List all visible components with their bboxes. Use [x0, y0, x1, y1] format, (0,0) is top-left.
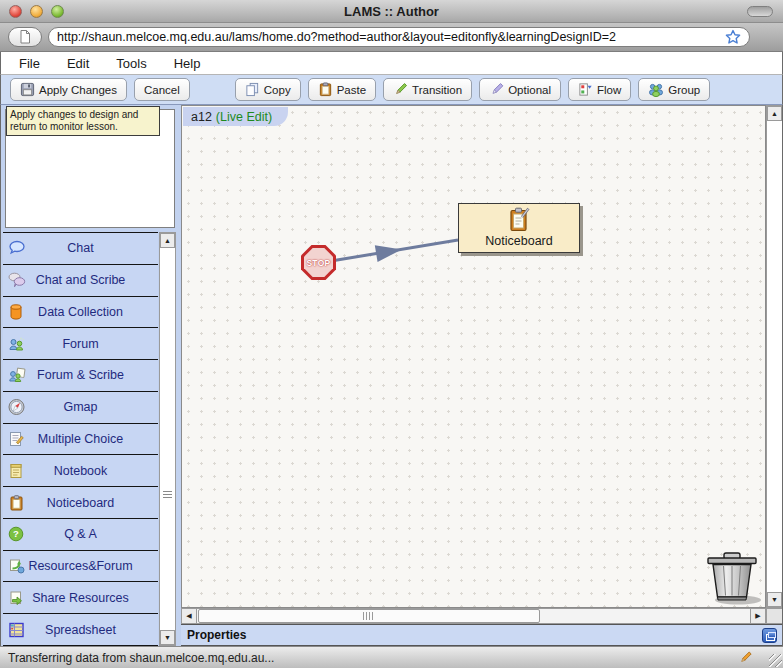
- noticeboard-icon: [8, 494, 25, 511]
- toolbar: Apply Changes Cancel Copy Paste Transiti…: [0, 75, 783, 105]
- canvas-scroll-down-button[interactable]: ▼: [767, 592, 782, 607]
- pencil-status-icon: [738, 650, 753, 665]
- optional-button[interactable]: Optional: [479, 78, 561, 101]
- page-icon-button[interactable]: [8, 27, 42, 47]
- sidebar-item-label: Forum: [62, 337, 98, 351]
- optional-marker-icon: [489, 82, 504, 97]
- chat-icon: [8, 240, 26, 256]
- sidebar-scroll-up-button[interactable]: ▲: [160, 233, 175, 248]
- flow-label: Flow: [597, 84, 621, 96]
- sidebar-item-resources-forum[interactable]: Resources&Forum: [3, 551, 158, 583]
- transition-arrow[interactable]: [182, 106, 766, 608]
- scrollbar-corner: [766, 608, 783, 624]
- canvas-scroll-up-button[interactable]: ▲: [767, 106, 782, 121]
- live-edit-badge: (Live Edit): [216, 110, 272, 124]
- sidebar-item-label: Chat: [67, 241, 93, 255]
- sidebar-item-spreadsheet[interactable]: Spreadsheet: [3, 614, 158, 646]
- sidebar-item-label: Gmap: [63, 400, 97, 414]
- notebook-icon: [8, 462, 24, 479]
- status-text: Transferring data from shaun.melcoe.mq.e…: [8, 651, 274, 665]
- sidebar-scroll-down-button[interactable]: ▼: [160, 630, 175, 645]
- page-icon: [18, 29, 32, 45]
- transition-pencil-icon: [393, 82, 408, 97]
- activity-list: Chat Chat and Scribe Data Collection For…: [3, 232, 158, 646]
- group-button[interactable]: Group: [638, 78, 710, 101]
- sidebar-item-forum-scribe[interactable]: Forum & Scribe: [3, 360, 158, 392]
- sidebar-item-data-collection[interactable]: Data Collection: [3, 297, 158, 329]
- bookmark-star-icon[interactable]: [725, 29, 741, 45]
- sidebar-item-label: Share Resources: [32, 591, 129, 605]
- menu-file[interactable]: File: [19, 56, 40, 71]
- data-collection-icon: [8, 303, 24, 320]
- properties-bar[interactable]: Properties: [181, 624, 783, 646]
- activities-sidebar: Apply changes to design and return to mo…: [0, 105, 181, 646]
- flow-button[interactable]: Flow: [568, 78, 631, 101]
- browser-window: LAMS :: Author http://shaun.melcoe.mq.ed…: [0, 0, 783, 668]
- optional-label: Optional: [508, 84, 551, 96]
- menu-tools[interactable]: Tools: [116, 56, 146, 71]
- copy-button[interactable]: Copy: [235, 78, 301, 101]
- design-tab[interactable]: a12 (Live Edit): [183, 107, 288, 126]
- url-field[interactable]: http://shaun.melcoe.mq.edu.au/lams/home.…: [48, 27, 750, 47]
- sidebar-scroll-thumb[interactable]: [163, 491, 172, 499]
- activity-noticeboard[interactable]: Noticeboard: [458, 203, 580, 253]
- sidebar-item-multiple-choice[interactable]: Multiple Choice: [3, 424, 158, 456]
- sidebar-item-label: Forum & Scribe: [37, 368, 124, 382]
- expand-properties-icon[interactable]: [762, 628, 777, 643]
- sidebar-item-label: Q & A: [64, 527, 97, 541]
- save-disk-icon: [20, 82, 35, 97]
- address-bar: http://shaun.melcoe.mq.edu.au/lams/home.…: [0, 23, 783, 52]
- group-label: Group: [668, 84, 700, 96]
- stop-sign[interactable]: STOP: [301, 245, 336, 280]
- paste-button[interactable]: Paste: [308, 78, 376, 101]
- apply-changes-button[interactable]: Apply Changes: [10, 78, 127, 101]
- sidebar-item-chat-and-scribe[interactable]: Chat and Scribe: [3, 265, 158, 297]
- sidebar-item-label: Resources&Forum: [28, 559, 132, 573]
- url-text[interactable]: http://shaun.melcoe.mq.edu.au/lams/home.…: [57, 30, 719, 44]
- sidebar-item-label: Notebook: [54, 464, 108, 478]
- sidebar-item-gmap[interactable]: Gmap: [3, 392, 158, 424]
- sidebar-item-label: Chat and Scribe: [36, 273, 126, 287]
- share-resources-icon: [8, 590, 24, 606]
- svg-text:?: ?: [13, 529, 19, 540]
- sidebar-item-label: Multiple Choice: [38, 432, 123, 446]
- apply-changes-label: Apply Changes: [39, 84, 117, 96]
- forum-icon: [8, 336, 25, 352]
- transition-button[interactable]: Transition: [383, 78, 472, 101]
- sidebar-item-forum[interactable]: Forum: [3, 328, 158, 360]
- canvas-scroll-left-button[interactable]: ◀: [182, 609, 197, 623]
- sidebar-item-share-resources[interactable]: Share Resources: [3, 582, 158, 614]
- canvas-scroll-right-button[interactable]: ▶: [750, 609, 765, 623]
- window-resize-grip[interactable]: [769, 654, 782, 667]
- design-canvas[interactable]: a12 (Live Edit) STOP: [181, 105, 766, 608]
- sidebar-item-qa[interactable]: ? Q & A: [3, 519, 158, 551]
- stop-sign-label: STOP: [306, 258, 330, 268]
- toolbar-toggle-button[interactable]: [747, 6, 773, 17]
- status-bar: Transferring data from shaun.melcoe.mq.e…: [0, 646, 783, 668]
- group-people-icon: [648, 82, 664, 97]
- title-bar[interactable]: LAMS :: Author: [0, 0, 783, 23]
- sidebar-item-chat[interactable]: Chat: [3, 233, 158, 265]
- flow-icon: [578, 82, 593, 97]
- chat-and-scribe-icon: [8, 272, 26, 288]
- menu-help[interactable]: Help: [174, 56, 201, 71]
- canvas-panel: a12 (Live Edit) STOP: [181, 105, 783, 624]
- gmap-icon: [8, 399, 25, 416]
- menu-bar: File Edit Tools Help: [0, 52, 783, 75]
- sidebar-scrollbar[interactable]: ▲ ▼: [159, 232, 176, 646]
- sidebar-item-notebook[interactable]: Notebook: [3, 455, 158, 487]
- trash-icon[interactable]: [702, 550, 764, 606]
- canvas-scroll-thumb[interactable]: [198, 609, 540, 623]
- stop-sign-face: STOP: [304, 248, 333, 277]
- canvas-horizontal-scrollbar[interactable]: ◀ ▶: [181, 608, 766, 624]
- cancel-label: Cancel: [144, 84, 180, 96]
- sidebar-item-label: Data Collection: [38, 305, 123, 319]
- resources-forum-icon: [8, 558, 25, 574]
- cancel-button[interactable]: Cancel: [134, 78, 190, 101]
- sidebar-item-noticeboard[interactable]: Noticeboard: [3, 487, 158, 519]
- window-left-border: [0, 105, 1, 646]
- spreadsheet-icon: [8, 622, 25, 638]
- canvas-vertical-scrollbar[interactable]: ▲ ▼: [766, 105, 783, 608]
- paste-label: Paste: [337, 84, 366, 96]
- menu-edit[interactable]: Edit: [67, 56, 89, 71]
